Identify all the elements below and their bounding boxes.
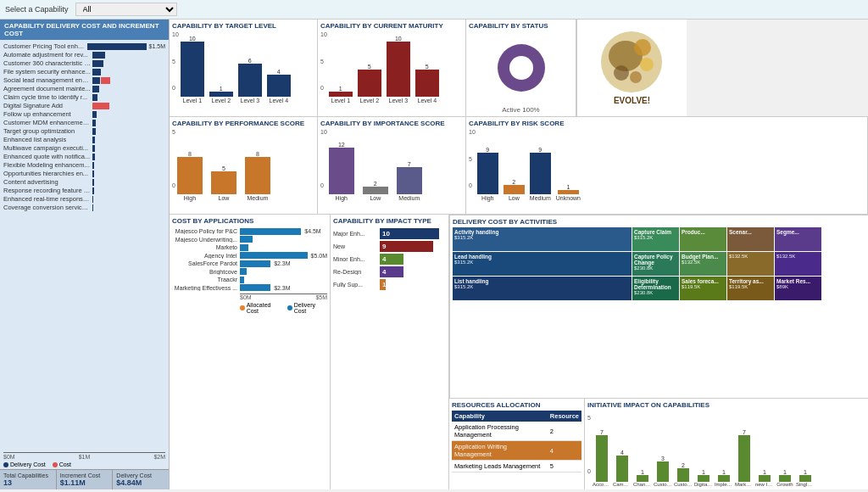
stat-box: Increment Cost$1.11M (57, 470, 114, 489)
delivery-bar (92, 137, 95, 143)
perf-bar-rect (245, 157, 270, 194)
treemap-cell: Produc... (680, 227, 726, 251)
legend-dot-delivery2 (287, 305, 292, 310)
risk-bar-group: 9Medium (530, 147, 551, 202)
capability-bar-row: Multiwave campaign executi... (3, 144, 165, 152)
charts-bottom-row: COST BY APPLICATIONS Majesco Policy for … (170, 215, 868, 489)
capability-bar-row: Enhanced list analysis (3, 136, 165, 143)
capability-bar-row: Customer MDM enhancemen... (3, 119, 165, 126)
capability-bar-row: Agreement document mainte... (3, 85, 165, 92)
capability-bar-row: Content advertising (3, 178, 165, 186)
target-level-section: CAPABILITY BY TARGET LEVEL 10 5 0 10Leve… (170, 20, 318, 116)
logo-text: EVOLVE! (614, 96, 650, 105)
init-bar-group: 7Account Manag... (593, 429, 611, 487)
legend-delivery-cost2: Delivery Cost (287, 302, 327, 314)
init-bar-group: 1Growth (776, 469, 794, 487)
status-section: CAPABILITY BY STATUS Active 100% (466, 20, 576, 116)
import-bar-rect (329, 148, 354, 194)
footer-stats: Total Capabilities13Increment Cost$1.11M… (0, 469, 169, 489)
cost-delivery-bar (240, 260, 270, 267)
maturity-title: CAPABILITY BY CURRENT MATURITY (320, 22, 463, 30)
cost-app-bar-row: Marketing Effectivess ...$2.3M (172, 284, 327, 291)
init-bar-rect (616, 456, 628, 482)
logo-area: EVOLVE! (576, 20, 687, 116)
cost-app-bar-row: Marketo (172, 244, 327, 251)
impact-bar-row: Minor Enh...4 (333, 254, 446, 265)
treemap-cell: Lead handling$315.2K (453, 252, 632, 276)
delivery-bar (92, 120, 96, 126)
svg-point-7 (630, 71, 642, 83)
init-bar-rect (698, 475, 709, 482)
cost-apps-legend: Allocated Cost Delivery Cost (172, 300, 327, 314)
left-panel: CAPABILITY DELIVERY COST AND INCREMENT C… (0, 20, 170, 489)
cost-apps-title: COST BY APPLICATIONS (172, 217, 327, 225)
capability-bar-row: Customer Pricing Tool enhan...$1.5M (3, 42, 165, 50)
bottom-lower: RESOURCES ALLOCATION Capability Resource… (449, 398, 868, 489)
cost-app-bar-row: Brightcove (172, 268, 327, 275)
delivery-bar (92, 111, 97, 118)
main-layout: CAPABILITY DELIVERY COST AND INCREMENT C… (0, 20, 868, 489)
impact-bar: 4 (380, 266, 403, 277)
delivery-bar (92, 145, 95, 152)
impact-section: CAPABILITY BY IMPACT TYPE Major Enh...10… (331, 215, 449, 489)
init-bar-rect (657, 461, 669, 482)
capability-bar-row: Customer 360 characteristic v... (3, 59, 165, 67)
risk-bar-group: 1Unknown (556, 184, 581, 202)
cost-delivery-bar (240, 252, 308, 259)
legend-delivery-cost: Delivery Cost (3, 461, 46, 467)
risk-bar-rect (477, 153, 498, 195)
cost-apps-axis-labels: $0M $5M (172, 294, 327, 300)
delivery-bar (92, 128, 96, 135)
treemap-cell: $132.5K (775, 252, 821, 276)
cost-app-bar-row: Majesco Underwriting... (172, 236, 327, 243)
init-bar-group: 4Campa... (613, 450, 632, 487)
capability-bar-row: Follow up enhancement (3, 110, 165, 118)
maturity-bars: 1Level 15Level 210Level 35Level 4 (329, 31, 463, 114)
impact-title: CAPABILITY BY IMPACT TYPE (333, 217, 446, 225)
right-panel: CAPABILITY BY TARGET LEVEL 10 5 0 10Leve… (170, 20, 868, 489)
v-bar-rect (238, 64, 262, 97)
impact-bars: Major Enh...10New9Minor Enh...4Re-Design… (333, 226, 446, 487)
v-bar-group: 1Level 1 (329, 86, 353, 104)
initiative-title: INITIATIVE IMPACT ON CAPABILITIES (587, 401, 865, 409)
legend-allocated: Allocated Cost (240, 302, 282, 314)
impact-bar-row: Major Enh...10 (333, 228, 446, 239)
resource-row: Marketing Leads Management5 (452, 461, 581, 472)
delivery-bar (92, 69, 101, 75)
perf-bar-rect (211, 171, 236, 195)
init-bar-rect (779, 475, 791, 482)
risk-bar-group: 9High (477, 147, 498, 202)
target-bars: 10Level 11Level 26Level 34Level 4 (181, 31, 314, 114)
cost-delivery-bar (240, 268, 247, 275)
treemap-cell: Eligibility Determination$230.8K (632, 277, 679, 300)
status-donut (469, 31, 573, 104)
maturity-y-axis: 10 5 0 (320, 31, 329, 91)
perf-bar-rect (177, 157, 203, 194)
cost-delivery-bar (240, 228, 301, 235)
status-label: Active 100% (469, 106, 573, 114)
cost-delivery-bar (240, 244, 248, 251)
cost-app-bar-row: SalesForce Pardot$2.3M (172, 260, 327, 267)
delivery-bar (92, 154, 95, 160)
perf-bar-group: 5Low (211, 165, 236, 202)
col-capability: Capability (452, 411, 548, 422)
delivery-bar (92, 94, 97, 101)
risk-section: CAPABILITY BY RISK SCORE 10 5 0 9High2Lo… (466, 117, 868, 214)
axis-label-0m: $0M (3, 454, 15, 460)
capability-bar-row: Digital Signature Add (3, 102, 165, 109)
treemap-cell: Segme... (775, 227, 821, 251)
perf-bar-group: 8Medium (245, 151, 270, 201)
v-bar-rect (209, 92, 233, 98)
risk-bar-rect (530, 153, 551, 195)
init-bar-group: 7Market manag... (735, 429, 754, 487)
capability-select[interactable]: All (75, 3, 177, 16)
impact-bar: 9 (380, 241, 433, 252)
risk-title: CAPABILITY BY RISK SCORE (469, 120, 865, 127)
delivery-bar (92, 196, 93, 203)
import-bar-rect (363, 187, 388, 194)
risk-y-axis: 10 5 0 (469, 129, 477, 188)
stat-box: Delivery Cost$4.84M (113, 470, 169, 489)
capability-bar-row: File system security enhance... (3, 68, 165, 75)
legend-dot-cost (53, 462, 58, 467)
stat-box: Total Capabilities13 (0, 470, 57, 489)
